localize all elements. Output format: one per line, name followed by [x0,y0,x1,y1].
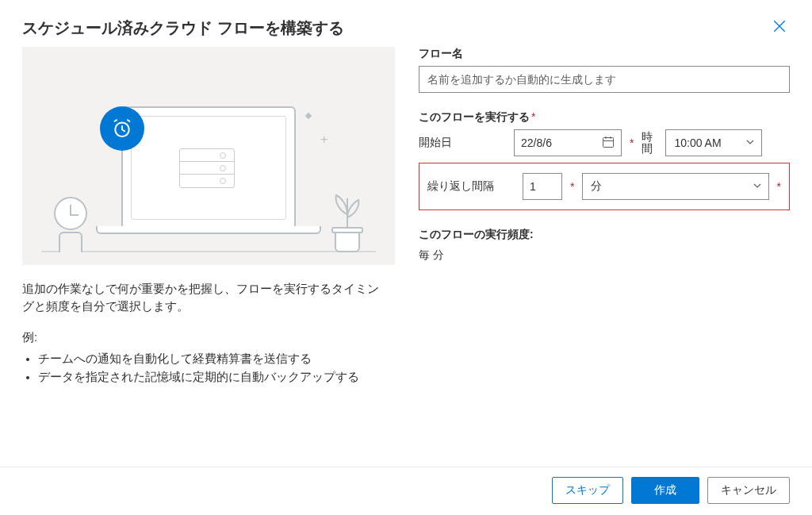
frequency-value: 毎 分 [419,248,790,263]
repeat-value-input[interactable]: 1 [523,173,562,200]
required-marker: * [777,180,781,193]
repeat-unit-value: 分 [591,179,602,194]
create-button[interactable]: 作成 [631,477,699,504]
dialog-footer: スキップ 作成 キャンセル [0,467,812,515]
dialog-title: スケジュール済みクラウド フローを構築する [22,17,344,39]
flow-name-label: フロー名 [419,47,790,61]
plant-icon [324,181,371,252]
calendar-icon[interactable] [602,136,615,151]
right-column: フロー名 このフローを実行する* 開始日 22/8/6 * 時間 [403,47,790,467]
dialog-header: スケジュール済みクラウド フローを構築する [0,0,812,47]
chevron-down-icon [745,136,755,149]
repeat-unit-select[interactable]: 分 [582,173,768,200]
svg-rect-1 [603,137,614,147]
start-date-input[interactable]: 22/8/6 [514,129,622,156]
dialog-body: + [0,47,812,467]
required-marker: * [570,180,574,193]
examples-label: 例: [22,330,387,345]
dialog: スケジュール済みクラウド フローを構築する + [0,0,812,515]
start-date-label: 開始日 [419,136,506,150]
repeat-label: 繰り返し間隔 [427,179,515,194]
list-item: データを指定された記憶域に定期的に自動バックアップする [38,368,387,386]
skip-button[interactable]: スキップ [552,477,623,504]
laptop-icon [121,106,312,245]
examples-list: チームへの通知を自動化して経費精算書を送信する データを指定された記憶域に定期的… [22,350,387,386]
sparkle-icon: + [320,133,327,147]
calendar-grid-icon [179,148,243,196]
left-column: + [22,47,403,467]
frequency-section: このフローの実行頻度: 毎 分 [419,228,790,263]
flow-name-section: フロー名 [419,47,790,93]
time-select[interactable]: 10:00 AM [665,129,762,156]
desk-clock-icon [51,197,90,252]
repeat-highlighted-section: 繰り返し間隔 1 * 分 * [419,163,790,210]
chevron-down-icon [753,180,762,193]
required-marker: * [630,136,634,149]
list-item: チームへの通知を自動化して経費精算書を送信する [38,350,387,368]
flow-name-input[interactable] [419,66,790,93]
illustration: + [22,47,395,265]
run-section-label: このフローを実行する* [419,110,790,125]
time-value: 10:00 AM [674,136,721,149]
frequency-label: このフローの実行頻度: [419,228,790,242]
alarm-clock-icon [100,106,144,151]
description-text: 追加の作業なしで何が重要かを把握し、フローを実行するタイミングと頻度を自分で選択… [22,281,387,316]
time-label: 時間 [642,131,657,156]
run-section: このフローを実行する* 開始日 22/8/6 * 時間 10:00 AM [419,110,790,156]
cancel-button[interactable]: キャンセル [707,477,790,504]
start-date-value: 22/8/6 [521,136,552,149]
close-icon[interactable] [769,17,790,39]
